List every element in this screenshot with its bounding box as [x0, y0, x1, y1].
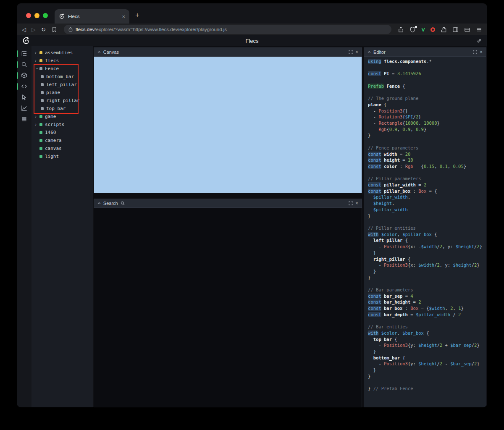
tree-item-left_pillar[interactable]: left_pillar	[32, 81, 93, 89]
code-line	[368, 77, 482, 83]
menu-icon[interactable]	[476, 26, 482, 33]
inspector-icon[interactable]	[17, 94, 32, 101]
entity-color-square	[39, 67, 42, 70]
close-icon[interactable]: ×	[355, 50, 358, 55]
code-line: $pillar_width	[368, 207, 482, 213]
code-editor[interactable]: using flecs.components.* const PI = 3.14…	[364, 57, 486, 407]
code-line	[368, 65, 482, 71]
chevron-collapsed-icon[interactable]: ›	[35, 122, 39, 127]
puzzle-extension-icon[interactable]	[441, 26, 447, 33]
chevron-collapsed-icon[interactable]: ›	[35, 58, 39, 63]
bookmark-icon[interactable]	[51, 26, 58, 33]
code-line: const pillar_width = 2	[368, 182, 482, 188]
code-icon[interactable]	[17, 83, 32, 90]
lock-icon	[68, 27, 73, 32]
close-window-button[interactable]	[26, 13, 31, 18]
tree-item-flecs[interactable]: ›flecs	[32, 57, 93, 65]
3d-viewport[interactable]	[94, 57, 362, 193]
tables-icon[interactable]	[17, 116, 32, 123]
search-icon[interactable]	[17, 61, 32, 68]
chevron-collapsed-icon[interactable]: ›	[35, 114, 39, 119]
chevron-up-icon[interactable]	[368, 50, 371, 54]
tab-close-icon[interactable]: ×	[122, 14, 125, 19]
code-line: const pillar_box : Box = {	[368, 188, 482, 194]
tree-item-Fence[interactable]: ›Fence	[32, 65, 93, 73]
browser-window: Flecs × + ◁ ▷ ↻ flecs.dev/explorer/?wasm…	[17, 3, 487, 407]
code-lines: using flecs.components.* const PI = 3.14…	[368, 58, 482, 392]
code-line: }	[368, 367, 482, 373]
entity-color-square	[41, 83, 44, 86]
reload-icon[interactable]: ↻	[41, 27, 46, 32]
close-icon[interactable]: ×	[480, 50, 483, 55]
entity-label: Fence	[45, 66, 59, 71]
close-icon[interactable]: ×	[355, 201, 358, 206]
editor-panel-header: Editor ×	[364, 47, 486, 57]
editor-panel-title: Editor	[373, 50, 386, 55]
link-icon[interactable]	[476, 38, 482, 44]
chevron-up-icon[interactable]	[97, 50, 101, 54]
search-panel-title: Search	[103, 201, 118, 206]
code-line: - Rgb{0.9, 0.9, 0.9}	[368, 126, 482, 133]
tree-item-light[interactable]: light	[32, 152, 93, 160]
tree-item-bottom_bar[interactable]: bottom_bar	[32, 73, 93, 81]
entity-label: camera	[45, 138, 62, 143]
tree-item-game[interactable]: ›game	[32, 113, 93, 121]
code-line: - Position3{}	[368, 108, 482, 114]
entity-tree-icon[interactable]	[17, 50, 32, 57]
tree-item-right_pillar[interactable]: right_pillar	[32, 97, 93, 105]
tree-item-scripts[interactable]: ›scripts	[32, 121, 93, 128]
code-line: // Bar entities	[368, 324, 482, 330]
share-icon[interactable]	[398, 26, 404, 33]
chevron-expanded-icon[interactable]: ›	[35, 66, 39, 71]
entity-label: light	[45, 154, 59, 159]
tree-item-plane[interactable]: plane	[32, 89, 93, 97]
vimium-extension-icon[interactable]: V	[421, 26, 425, 33]
shield-icon[interactable]	[410, 26, 416, 33]
code-line: }	[368, 349, 482, 355]
entity-label: right_pillar	[46, 98, 79, 103]
entity-label: plane	[46, 90, 60, 95]
entities-icon[interactable]	[17, 72, 32, 79]
forward-icon[interactable]: ▷	[32, 27, 36, 32]
sidebar-toggle-icon[interactable]	[452, 26, 459, 33]
code-line: Prefab Fence {	[368, 83, 482, 89]
stats-icon[interactable]	[17, 105, 32, 112]
entity-color-square	[39, 51, 42, 54]
tree-item-assemblies[interactable]: ›assemblies	[32, 49, 93, 57]
code-line: const width = 20	[368, 151, 482, 157]
entity-label: left_pillar	[46, 82, 77, 87]
entity-color-square	[39, 131, 42, 134]
url-bar[interactable]: flecs.dev/explorer/?wasm=https://www.fle…	[64, 25, 391, 34]
entity-tree-list: ›assemblies›flecs›Fencebottom_barleft_pi…	[32, 49, 93, 160]
canvas-panel-header: Canvas ×	[94, 47, 362, 57]
tree-item-top_bar[interactable]: top_bar	[32, 105, 93, 113]
tree-item-1460[interactable]: 1460	[32, 128, 93, 136]
browser-tab[interactable]: Flecs ×	[55, 9, 129, 24]
zoom-window-button[interactable]	[43, 13, 48, 18]
red-circle-extension-icon[interactable]	[430, 27, 435, 32]
code-line	[368, 318, 482, 324]
traffic-lights	[26, 13, 48, 18]
code-line: right_pillar {	[368, 256, 482, 262]
new-tab-button[interactable]: +	[135, 11, 139, 18]
expand-icon[interactable]	[349, 50, 353, 54]
minimize-window-button[interactable]	[34, 13, 39, 18]
desktop-background: Flecs × + ◁ ▷ ↻ flecs.dev/explorer/?wasm…	[0, 0, 504, 430]
code-line: - Rotation3{$PI/2}	[368, 114, 482, 120]
chevron-up-icon[interactable]	[97, 202, 101, 205]
expand-icon[interactable]	[473, 50, 477, 54]
code-line: // Fence parameters	[368, 145, 482, 151]
back-icon[interactable]: ◁	[22, 27, 26, 32]
expand-icon[interactable]	[349, 201, 353, 205]
code-line: }	[368, 268, 482, 275]
center-column: Canvas × Search	[93, 46, 363, 407]
chevron-collapsed-icon[interactable]: ›	[35, 50, 39, 55]
tree-item-canvas[interactable]: canvas	[32, 144, 93, 152]
entity-color-square	[41, 107, 44, 110]
entity-label: scripts	[45, 122, 64, 127]
code-line: }	[368, 213, 482, 219]
wallet-icon[interactable]	[464, 26, 470, 33]
tree-item-camera[interactable]: camera	[32, 136, 93, 144]
entity-label: game	[45, 114, 56, 119]
shield-badge	[415, 26, 417, 28]
